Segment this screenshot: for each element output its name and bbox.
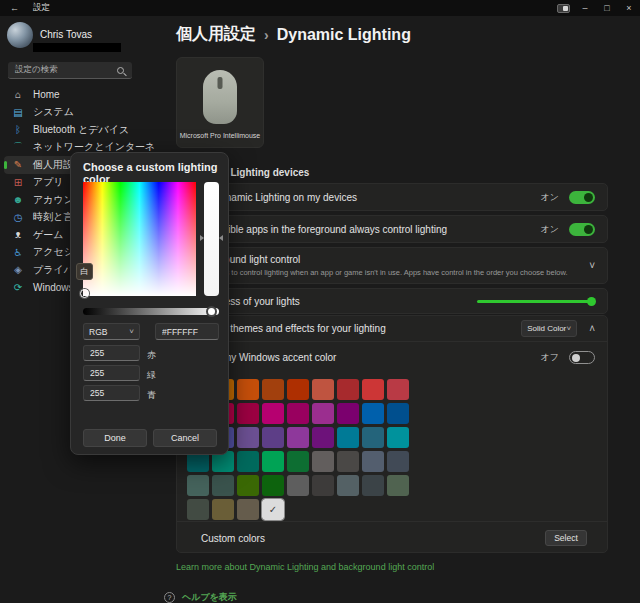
color-model-value: RGB [89,327,129,337]
color-swatch[interactable] [237,499,259,520]
color-swatch[interactable] [337,379,359,400]
sidebar-item-label: システム [33,105,74,119]
green-input[interactable] [83,365,140,381]
chevron-down-icon: ˅ [129,327,134,336]
breadcrumb-parent[interactable]: 個人用設定 [176,24,256,45]
brightness-slider[interactable] [477,295,595,308]
effects-card: Choose themes and effects for your light… [176,315,608,553]
device-card[interactable]: Microsoft Pro Intellimouse [176,57,264,148]
color-swatch[interactable] [312,451,334,472]
accent-color-toggle[interactable] [569,351,595,364]
breadcrumb: 個人用設定 › Dynamic Lighting [176,24,411,45]
color-swatch[interactable] [237,475,259,496]
row-label: Background light control [193,254,577,265]
value-slider-vertical[interactable] [204,182,219,296]
color-swatch[interactable] [287,451,309,472]
foreground-apps-toggle[interactable] [569,223,595,236]
red-input[interactable] [83,345,140,361]
color-swatch[interactable] [212,475,234,496]
dynamic-lighting-toggle[interactable] [569,191,595,204]
sidebar-item[interactable]: ▤ システム [4,104,156,122]
color-swatch[interactable] [362,403,384,424]
color-swatch[interactable] [237,403,259,424]
page-title: Dynamic Lighting [277,26,411,44]
color-swatch[interactable] [312,379,334,400]
color-swatch[interactable] [287,379,309,400]
row-custom-colors: Custom colors Select [177,521,607,554]
slider-handle[interactable] [206,306,217,317]
color-swatch[interactable] [187,499,209,520]
color-swatch[interactable] [337,451,359,472]
redacted-email [33,43,121,52]
color-model-dropdown[interactable]: RGB ˅ [83,323,140,340]
color-swatch[interactable] [362,427,384,448]
row-accent-color: Match my Windows accent color オフ [177,342,607,373]
color-swatch[interactable] [387,451,409,472]
color-swatch[interactable] [287,427,309,448]
row-label: Use Dynamic Lighting on my devices [193,192,541,203]
color-swatch[interactable] [237,427,259,448]
color-swatch[interactable] [262,379,284,400]
settings-search[interactable]: 設定の検索 [8,62,132,79]
value-slider-horizontal[interactable] [83,306,219,317]
search-icon [117,67,124,74]
row-label: Match my Windows accent color [193,352,541,363]
sidebar-item-label: アプリ [33,175,64,189]
main-content: 個人用設定 › Dynamic Lighting Microsoft Pro I… [160,16,640,603]
help-link[interactable]: ヘルプを表示 [182,591,237,603]
color-swatch[interactable] [262,451,284,472]
color-swatch[interactable] [212,499,234,520]
color-swatch[interactable] [262,475,284,496]
color-swatch[interactable] [337,475,359,496]
cancel-button[interactable]: Cancel [153,429,217,447]
chevron-up-icon[interactable]: ˄ [589,323,595,334]
sidebar-item-icon: ☻ [10,194,26,205]
row-background-light-control[interactable]: Background light control Allow apps to c… [176,247,608,284]
slider-notch-icon [219,235,223,241]
sidebar-item[interactable]: ᛒ Bluetooth とデバイス [4,121,156,139]
slider-handle[interactable] [587,297,596,306]
color-swatch[interactable] [387,403,409,424]
toggle-state-label: オン [541,191,559,204]
color-swatch[interactable] [387,475,409,496]
minimize-button[interactable]: – [574,1,596,15]
close-button[interactable]: × [618,1,640,15]
color-swatch[interactable] [287,475,309,496]
color-swatch[interactable] [237,451,259,472]
done-button[interactable]: Done [83,429,147,447]
color-swatch[interactable] [187,475,209,496]
select-button[interactable]: Select [545,530,587,546]
color-swatch[interactable] [362,475,384,496]
sidebar-item-label: Bluetooth とデバイス [33,123,129,137]
avatar[interactable] [7,22,33,48]
color-swatch[interactable] [262,427,284,448]
spectrum-selection-ring[interactable] [80,289,89,298]
color-swatch[interactable] [362,379,384,400]
color-spectrum[interactable] [83,182,196,296]
row-label: Brightness of your lights [193,296,465,307]
color-swatch[interactable] [237,379,259,400]
blue-input[interactable] [83,385,140,401]
color-swatch[interactable] [337,427,359,448]
color-swatch[interactable] [312,403,334,424]
hex-input[interactable] [155,323,219,340]
color-swatch[interactable] [337,403,359,424]
color-swatch[interactable] [287,403,309,424]
help-row[interactable]: ? ヘルプを表示 [164,591,237,603]
color-swatch[interactable] [262,499,284,520]
learn-more-link[interactable]: Learn more about Dynamic Lighting and ba… [176,562,434,572]
chevron-down-icon[interactable]: ˅ [589,260,595,271]
color-swatch[interactable] [312,475,334,496]
effects-dropdown[interactable]: Solid Color ˅ [521,320,577,337]
color-swatch[interactable] [362,451,384,472]
color-swatch[interactable] [262,403,284,424]
color-swatch[interactable] [387,379,409,400]
maximize-button[interactable]: □ [596,1,618,15]
color-name-tooltip: 白 [76,263,93,280]
back-arrow-icon[interactable]: ← [10,3,19,13]
color-swatch[interactable] [387,427,409,448]
titlebar-extra-icon[interactable] [552,1,574,15]
color-swatch[interactable] [312,427,334,448]
sidebar-item-label: ゲーム [33,228,63,242]
sidebar-item[interactable]: ⌂ Home [4,86,156,104]
